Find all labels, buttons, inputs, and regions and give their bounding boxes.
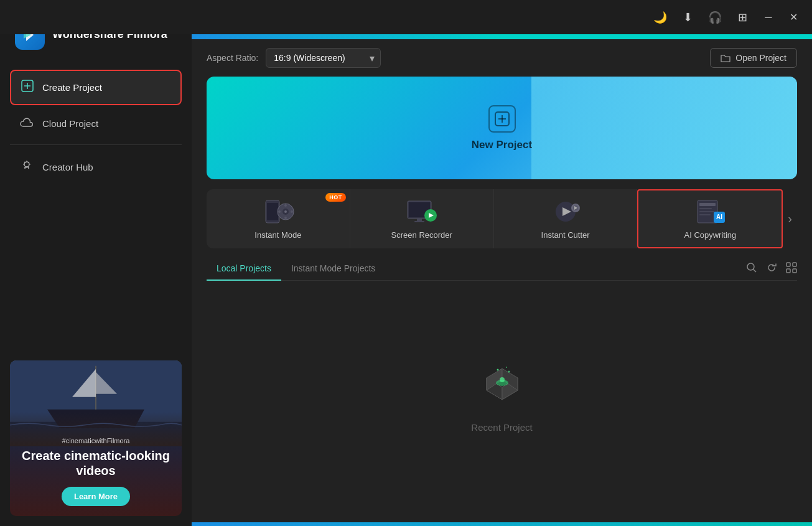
creator-hub-icon [20,159,34,176]
promo-background-image [10,360,182,446]
instant-cutter-illustration [548,198,583,225]
aspect-ratio-label: Aspect Ratio: [207,53,258,63]
svg-rect-35 [699,208,712,209]
svg-point-40 [747,263,754,270]
ai-copywriting-illustration: AI [693,198,727,225]
instant-cutter-label: Instant Cutter [541,230,590,240]
hot-badge: HOT [325,193,346,202]
svg-rect-45 [793,269,796,273]
close-button[interactable]: ✕ [785,9,802,26]
top-gradient-strip [192,34,812,39]
aspect-ratio-select[interactable]: 16:9 (Widescreen) 9:16 (Vertical) 1:1 (S… [266,48,381,68]
sidebar-item-label-create-project: Create Project [42,82,102,93]
projects-tabs: Local Projects Instant Mode Projects [207,258,797,281]
title-bar: 🌙 ⬇ 🎧 ⊞ ─ ✕ [0,0,812,34]
svg-point-52 [500,377,505,382]
new-project-banner[interactable]: New Project [207,77,797,179]
svg-point-21 [291,210,293,213]
svg-point-54 [506,367,507,368]
more-cards-button[interactable]: › [783,189,797,248]
chevron-right-icon: › [788,212,792,226]
svg-rect-44 [786,269,790,273]
feature-card-instant-mode[interactable]: HOT Instant Mode [207,189,350,248]
svg-rect-27 [414,221,424,222]
promo-title: Create cinematic-looking videos [20,448,172,478]
svg-point-55 [508,370,510,372]
empty-state: Recent Project [207,291,797,522]
feature-card-instant-cutter[interactable]: Instant Cutter [494,189,638,248]
learn-more-button[interactable]: Learn More [62,487,130,506]
feature-cards: HOT Instant Mode [207,189,797,248]
promo-card: #cinematicwithFilmora Create cinematic-l… [10,360,182,516]
toolbar: Aspect Ratio: 16:9 (Widescreen) 9:16 (Ve… [192,39,812,77]
tab-actions [746,262,797,276]
feature-card-ai-copywriting[interactable]: AI AI Copywriting [637,189,783,248]
instant-mode-illustration [261,198,296,225]
sidebar-item-creator-hub[interactable]: Creator Hub [10,150,182,184]
main-content: Aspect Ratio: 16:9 (Widescreen) 9:16 (Ve… [192,34,812,526]
svg-rect-37 [699,214,711,215]
promo-hashtag: #cinematicwithFilmora [62,437,130,444]
svg-point-18 [284,204,287,207]
svg-rect-43 [793,263,796,266]
download-icon[interactable]: ⬇ [678,7,698,27]
empty-state-label: Recent Project [471,422,532,433]
cloud-icon [20,116,34,131]
tab-instant-mode-projects[interactable]: Instant Mode Projects [281,258,385,281]
empty-box-icon [474,356,530,412]
svg-text:AI: AI [716,214,722,220]
svg-point-17 [284,210,287,213]
svg-line-41 [754,270,757,273]
sidebar-item-label-creator-hub: Creator Hub [42,162,93,172]
sidebar-item-create-project[interactable]: Create Project [10,70,182,105]
svg-rect-42 [786,263,790,266]
minimize-button[interactable]: ─ [760,9,777,26]
aspect-ratio-wrapper: 16:9 (Widescreen) 9:16 (Vertical) 1:1 (S… [266,48,381,68]
projects-section: Local Projects Instant Mode Projects [192,258,812,522]
screen-recorder-illustration [404,198,439,225]
screen-recorder-label: Screen Recorder [391,230,452,240]
sidebar-nav: Create Project Cloud Project Creator Hub [0,65,192,189]
svg-point-53 [497,369,498,370]
bottom-gradient-strip [192,522,812,526]
create-project-icon [21,80,34,95]
tab-local-projects[interactable]: Local Projects [207,258,281,281]
moon-icon[interactable]: 🌙 [650,7,670,27]
feature-card-screen-recorder[interactable]: Screen Recorder [350,189,494,248]
grid-view-icon[interactable] [786,262,797,276]
svg-rect-36 [699,211,714,212]
svg-marker-6 [47,410,144,428]
open-project-label: Open Project [735,53,786,63]
svg-point-19 [284,217,287,219]
grid-icon[interactable]: ⊞ [732,7,752,27]
sidebar: Wondershare Filmora Create Project Cloud… [0,0,192,526]
svg-rect-26 [417,218,422,221]
folder-icon [721,53,730,63]
svg-rect-14 [267,203,278,220]
svg-point-20 [278,210,281,213]
ai-copywriting-label: AI Copywriting [684,230,736,240]
headset-icon[interactable]: 🎧 [705,7,725,27]
instant-mode-label: Instant Mode [254,230,301,240]
svg-rect-34 [699,203,716,206]
open-project-button[interactable]: Open Project [710,48,797,68]
aspect-ratio-section: Aspect Ratio: 16:9 (Widescreen) 9:16 (Ve… [207,48,381,68]
refresh-icon[interactable] [766,262,777,276]
new-project-icon [488,105,516,133]
sidebar-item-cloud-project[interactable]: Cloud Project [10,108,182,139]
sidebar-item-label-cloud-project: Cloud Project [42,118,98,129]
new-project-label: New Project [472,139,532,151]
search-icon[interactable] [746,262,757,276]
